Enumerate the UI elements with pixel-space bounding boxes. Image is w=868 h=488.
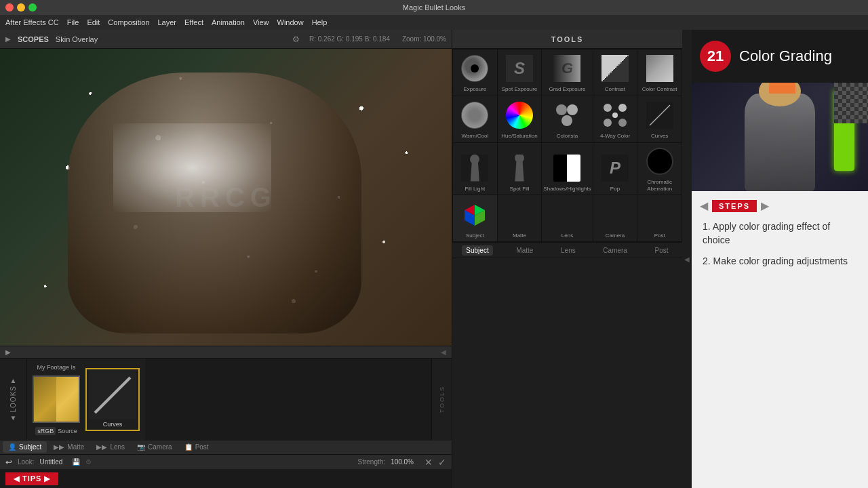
menu-item-ae[interactable]: After Effects CC bbox=[5, 18, 59, 26]
left-panel: ▶ SCOPES Skin Overlay ⚙ R: 0.262 G: 0.19… bbox=[0, 30, 452, 488]
cat-tab-camera[interactable]: Camera bbox=[599, 245, 631, 256]
title-bar: Magic Bullet Looks bbox=[0, 0, 868, 15]
tools-vertical-label: TOOLS bbox=[431, 359, 452, 441]
tool-contrast[interactable]: Contrast bbox=[593, 49, 637, 96]
cat-tab-lens[interactable]: Lens bbox=[557, 245, 580, 256]
footage-profile: sRGB bbox=[35, 427, 56, 435]
timeline-collapse[interactable]: ▶ bbox=[5, 348, 11, 356]
tool-matte[interactable]: Matte bbox=[498, 195, 542, 241]
steps-next-button[interactable]: ▶ bbox=[761, 199, 769, 212]
tool-color-contrast[interactable]: Color Contrast bbox=[637, 49, 682, 96]
timeline-tab-matte[interactable]: ▶▶ Matte bbox=[48, 441, 90, 453]
tool-spot-fill[interactable]: Spot Fill bbox=[498, 143, 542, 195]
menu-item-animation[interactable]: Animation bbox=[212, 18, 245, 26]
apply-button[interactable]: ✓ bbox=[438, 457, 446, 468]
tool-pop[interactable]: P Pop bbox=[593, 143, 637, 195]
tips-button[interactable]: ◀ TIPS ▶ bbox=[5, 472, 58, 485]
cancel-button[interactable]: ✕ bbox=[425, 457, 433, 468]
fill-light-icon bbox=[459, 152, 490, 184]
tool-chromatic-aberration[interactable]: Chromatic Aberration bbox=[637, 143, 682, 195]
tool-subject[interactable]: Subject bbox=[453, 195, 497, 241]
steps-header: ◀ STEPS ▶ bbox=[700, 199, 860, 212]
matte-label: Matte bbox=[513, 232, 526, 239]
4way-color-label: 4-Way Color bbox=[600, 133, 630, 140]
post-icon: 📋 bbox=[184, 443, 193, 451]
looks-arrow-up[interactable]: ▲ bbox=[10, 377, 17, 384]
steps-prev-button[interactable]: ◀ bbox=[700, 199, 708, 212]
timeline-tab-lens[interactable]: ▶▶ Lens bbox=[91, 441, 130, 453]
tool-warm-cool[interactable]: Warm/Cool bbox=[453, 96, 497, 142]
hair-highlight bbox=[769, 83, 795, 94]
close-button[interactable] bbox=[5, 3, 14, 12]
menu-item-effect[interactable]: Effect bbox=[184, 18, 203, 26]
spot-exposure-icon: S bbox=[504, 53, 535, 84]
spot-fill-icon bbox=[504, 152, 535, 184]
minimize-button[interactable] bbox=[17, 3, 25, 12]
cat-tab-matte[interactable]: Matte bbox=[512, 245, 537, 256]
lens-arrow-icon: ▶▶ bbox=[96, 443, 107, 451]
chromatic-aberration-label: Chromatic Aberration bbox=[639, 179, 680, 192]
menu-item-file[interactable]: File bbox=[67, 18, 79, 26]
tool-lens[interactable]: Lens bbox=[542, 195, 592, 241]
look-name[interactable]: Untitled bbox=[39, 458, 62, 466]
tool-curves[interactable]: Curves bbox=[637, 96, 682, 142]
curves-thumbnail bbox=[89, 371, 136, 419]
look-options-icon[interactable]: ⚙ bbox=[85, 458, 92, 466]
bottom-controls: ↩ Look: Untitled 💾 ⚙ Strength: 100.0% ✕ … bbox=[0, 454, 452, 469]
footage-title: My Footage Is bbox=[37, 364, 75, 371]
sidebar-title: Color Grading bbox=[739, 48, 832, 64]
foam-overlay bbox=[113, 123, 271, 212]
menu-item-window[interactable]: Window bbox=[277, 18, 304, 26]
scopes-bar: ▶ SCOPES Skin Overlay ⚙ R: 0.262 G: 0.19… bbox=[0, 30, 452, 49]
menu-item-layer[interactable]: Layer bbox=[158, 18, 177, 26]
sidebar-header: 21 Color Grading bbox=[692, 30, 868, 83]
settings-icon[interactable]: ⚙ bbox=[292, 35, 300, 44]
curves-slot[interactable]: Curves bbox=[85, 368, 140, 431]
tool-grad-exposure[interactable]: G Grad Exposure bbox=[542, 49, 592, 96]
footage-thumbnail[interactable] bbox=[33, 375, 80, 423]
menu-item-help[interactable]: Help bbox=[312, 18, 328, 26]
right-panel-collapse[interactable]: ◀ bbox=[682, 30, 692, 488]
tool-exposure[interactable]: Exposure bbox=[453, 49, 497, 96]
cat-tab-post[interactable]: Post bbox=[651, 245, 673, 256]
steps-content: 1. Apply color grading effect of choice … bbox=[700, 220, 860, 268]
tool-shadows-highlights[interactable]: Shadows/Highlights bbox=[542, 143, 592, 195]
timeline-tab-subject[interactable]: 👤 Subject bbox=[3, 441, 47, 453]
tool-hue-saturation[interactable]: Hue/Saturation bbox=[498, 96, 542, 142]
tools-panel: TOOLS Exposure S Spot Exposure bbox=[452, 30, 682, 488]
tool-spot-exposure[interactable]: S Spot Exposure bbox=[498, 49, 542, 96]
looks-arrow-down[interactable]: ▼ bbox=[10, 414, 17, 422]
undo-icon[interactable]: ↩ bbox=[5, 458, 12, 467]
lens-label: Lens bbox=[561, 232, 573, 239]
skin-overlay[interactable]: Skin Overlay bbox=[56, 35, 98, 43]
contrast-icon bbox=[599, 53, 631, 84]
menu-item-view[interactable]: View bbox=[253, 18, 269, 26]
timeline-track-area bbox=[145, 359, 431, 441]
cat-tab-subject[interactable]: Subject bbox=[462, 245, 492, 256]
matte-arrow-icon: ▶▶ bbox=[54, 443, 64, 451]
menu-item-edit[interactable]: Edit bbox=[87, 18, 100, 26]
tool-camera[interactable]: Camera bbox=[593, 195, 637, 241]
window-title: Magic Bullet Looks bbox=[403, 3, 465, 12]
contrast-label: Contrast bbox=[605, 86, 625, 93]
tool-4way-color[interactable]: 4-Way Color bbox=[593, 96, 637, 142]
camera-tool-icon bbox=[599, 199, 631, 230]
exposure-icon bbox=[459, 53, 490, 84]
tips-arrow-left: ◀ bbox=[14, 474, 20, 483]
timeline-header: ▶ ◀ bbox=[0, 346, 452, 359]
chromatic-aberration-icon bbox=[644, 146, 675, 177]
timeline-tab-camera[interactable]: 📷 Camera bbox=[132, 441, 178, 453]
step-number: 21 bbox=[700, 41, 731, 72]
checkered-pattern bbox=[834, 83, 868, 123]
tool-post[interactable]: Post bbox=[637, 195, 682, 241]
colorista-icon bbox=[551, 100, 583, 131]
fullscreen-button[interactable] bbox=[28, 3, 37, 12]
tool-colorista[interactable]: Colorista bbox=[542, 96, 592, 142]
camera-label: Camera bbox=[606, 232, 625, 239]
look-save-icon[interactable]: 💾 bbox=[72, 458, 80, 466]
tool-fill-light[interactable]: Fill Light bbox=[453, 143, 497, 195]
timeline-tab-post[interactable]: 📋 Post bbox=[179, 441, 214, 453]
timeline-close[interactable]: ◀ bbox=[441, 348, 446, 356]
scopes-arrow[interactable]: ▶ bbox=[5, 35, 11, 43]
menu-item-composition[interactable]: Composition bbox=[108, 18, 149, 26]
